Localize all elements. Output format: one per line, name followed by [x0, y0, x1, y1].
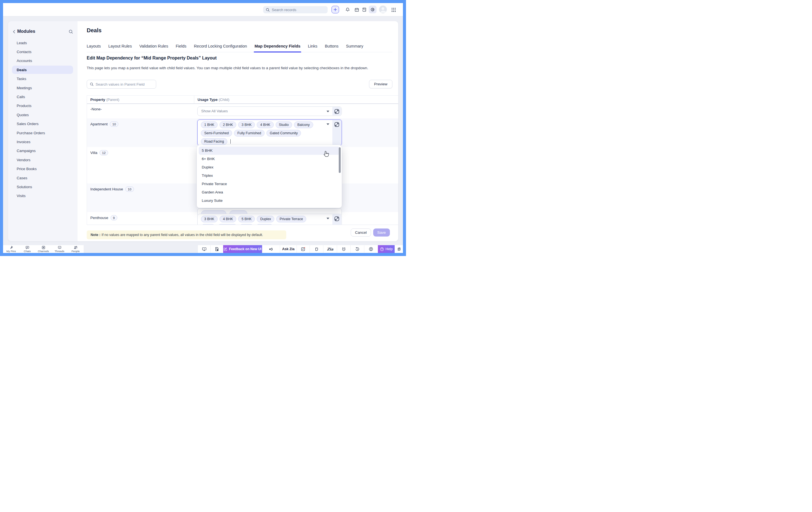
- sidebar-item-leads[interactable]: Leads: [8, 38, 78, 47]
- sidebar-item-calls[interactable]: Calls: [8, 92, 78, 101]
- dropdown-option-6plus-bhk[interactable]: 6+ BHK: [197, 155, 342, 163]
- sidebar-item-invoices[interactable]: Invoices: [8, 137, 78, 146]
- value-chip[interactable]: 3 BHK: [238, 121, 255, 128]
- dropdown-option-garden-area[interactable]: Garden Area: [197, 188, 342, 197]
- expand-icon[interactable]: [334, 109, 340, 114]
- value-chip[interactable]: 1 BHK: [201, 121, 218, 128]
- marketplace-icon[interactable]: [361, 7, 367, 12]
- preview-button[interactable]: Preview: [369, 80, 393, 88]
- value-chip[interactable]: 5 BHK: [238, 216, 255, 222]
- taskbar-threads[interactable]: Threads: [51, 245, 67, 253]
- dropdown-option-duplex[interactable]: Duplex: [197, 163, 342, 171]
- taskbar-screen-share[interactable]: [198, 245, 210, 253]
- hash-icon: [42, 246, 45, 249]
- apps-grid-icon[interactable]: [391, 7, 396, 12]
- taskbar-history[interactable]: [350, 245, 364, 253]
- tab-links[interactable]: Links: [308, 44, 317, 52]
- value-count-badge: 10: [125, 187, 134, 192]
- global-search[interactable]: [263, 6, 328, 13]
- taskbar-clipboard-stack[interactable]: [395, 245, 403, 253]
- taskbar-alarm[interactable]: [337, 245, 350, 253]
- sidebar-item-tasks[interactable]: Tasks: [8, 75, 78, 83]
- value-chip[interactable]: Road Facing: [201, 138, 227, 145]
- sidebar-item-products[interactable]: Products: [8, 102, 78, 110]
- dropdown-option-luxury-suite[interactable]: Luxury Suite: [197, 197, 342, 205]
- tab-fields[interactable]: Fields: [176, 44, 186, 52]
- quick-create-button[interactable]: [331, 6, 339, 13]
- modules-sidebar: Modules Leads Contacts Accounts Deals Ta…: [8, 21, 78, 241]
- tab-map-dependency-fields[interactable]: Map Dependency Fields: [255, 44, 300, 52]
- calendar-icon[interactable]: [354, 7, 359, 12]
- taskbar-ask-zia[interactable]: Ask Zia: [280, 245, 296, 253]
- settings-gear-icon[interactable]: [369, 5, 377, 13]
- pin-icon: [9, 246, 13, 249]
- sidebar-item-cases[interactable]: Cases: [8, 173, 78, 182]
- value-chip[interactable]: Balcony: [294, 121, 313, 128]
- apartment-usage-type-multiselect[interactable]: 1 BHK 2 BHK 3 BHK 4 BHK Studio Balcony S…: [197, 119, 342, 146]
- taskbar-chats[interactable]: Chats: [19, 245, 35, 253]
- table-row-apartment: Apartment 10 1 BHK 2 BHK 3 BHK 4 BHK Stu…: [87, 118, 398, 147]
- sidebar-item-purchase-orders[interactable]: Purchase Orders: [8, 129, 78, 137]
- sidebar-search-icon[interactable]: [68, 29, 74, 34]
- back-chevron-icon[interactable]: [12, 29, 17, 34]
- taskbar-document[interactable]: [210, 245, 223, 253]
- table-row-none: -None- Show All Values: [87, 104, 398, 118]
- global-search-input[interactable]: [272, 8, 325, 12]
- taskbar-usage-chart[interactable]: [296, 245, 310, 253]
- tab-validation-rules[interactable]: Validation Rules: [139, 44, 168, 52]
- taskbar-my-pins[interactable]: My Pins: [3, 245, 19, 253]
- sidebar-item-visits[interactable]: Visits: [8, 192, 78, 200]
- sidebar-item-accounts[interactable]: Accounts: [8, 56, 78, 65]
- expand-icon[interactable]: [334, 216, 340, 222]
- sidebar-item-solutions[interactable]: Solutions: [8, 182, 78, 191]
- none-usage-type-select[interactable]: Show All Values: [197, 107, 342, 116]
- taskbar-people[interactable]: People: [67, 245, 84, 253]
- sidebar-item-contacts[interactable]: Contacts: [8, 47, 78, 56]
- footer-bar: Note : If no values are mapped to any pa…: [78, 225, 398, 241]
- tab-buttons[interactable]: Buttons: [325, 44, 339, 52]
- taskbar-feedback-button[interactable]: Feedback on New UI: [223, 245, 262, 253]
- value-count-badge: 12: [99, 150, 108, 155]
- sidebar-item-meetings[interactable]: Meetings: [8, 83, 78, 92]
- value-chip[interactable]: 4 BHK: [257, 121, 273, 128]
- sidebar-item-quotes[interactable]: Quotes: [8, 110, 78, 119]
- dropdown-option-private-terrace[interactable]: Private Terrace: [197, 180, 342, 188]
- dropdown-option-5-bhk[interactable]: 5 BHK: [199, 146, 340, 155]
- taskbar-help[interactable]: Help: [378, 245, 395, 253]
- save-button[interactable]: Save: [373, 228, 390, 236]
- notifications-bell-icon[interactable]: [345, 7, 350, 12]
- dropdown-scrollbar[interactable]: [339, 147, 341, 173]
- taskbar-route-ribbon[interactable]: [310, 245, 323, 253]
- sidebar-item-deals[interactable]: Deals: [8, 65, 78, 74]
- value-chip[interactable]: Semi-Furnished: [201, 130, 232, 137]
- taskbar-zia[interactable]: Zia: [323, 245, 337, 253]
- tab-layout-rules[interactable]: Layout Rules: [108, 44, 132, 52]
- tab-layouts[interactable]: Layouts: [87, 44, 101, 52]
- dropdown-option-triplex[interactable]: Triplex: [197, 171, 342, 180]
- penthouse-usage-type-multiselect[interactable]: 3 BHK 4 BHK 5 BHK Duplex Private Terrace: [197, 214, 342, 225]
- taskbar-accessibility[interactable]: [364, 245, 378, 253]
- parent-value-label: Apartment 10: [90, 121, 118, 127]
- cancel-button[interactable]: Cancel: [351, 228, 371, 236]
- parent-field-search[interactable]: [87, 80, 156, 89]
- sidebar-item-vendors[interactable]: Vendors: [8, 155, 78, 164]
- value-chip[interactable]: Gated Community: [266, 130, 301, 137]
- sidebar-item-campaigns[interactable]: Campaigns: [8, 146, 78, 155]
- value-chip[interactable]: Studio: [276, 121, 292, 128]
- sidebar-item-sales-orders[interactable]: Sales Orders: [8, 119, 78, 129]
- user-avatar[interactable]: [379, 5, 387, 13]
- sidebar-item-price-books[interactable]: Price Books: [8, 164, 78, 173]
- tab-summary[interactable]: Summary: [346, 44, 363, 52]
- value-chip[interactable]: Private Terrace: [276, 216, 306, 222]
- value-chip[interactable]: Duplex: [257, 216, 274, 222]
- module-tabs: Layouts Layout Rules Validation Rules Fi…: [87, 40, 393, 52]
- taskbar-channels[interactable]: Channels: [35, 245, 51, 253]
- value-chip[interactable]: Fully Furnished: [234, 130, 264, 137]
- value-chip[interactable]: 4 BHK: [220, 216, 236, 222]
- expand-icon[interactable]: [334, 122, 340, 127]
- taskbar-announcements[interactable]: [262, 245, 280, 253]
- value-chip[interactable]: 2 BHK: [220, 121, 236, 128]
- parent-field-search-input[interactable]: [95, 82, 153, 86]
- value-chip[interactable]: 3 BHK: [201, 216, 218, 222]
- tab-record-locking-configuration[interactable]: Record Locking Configuration: [194, 44, 247, 52]
